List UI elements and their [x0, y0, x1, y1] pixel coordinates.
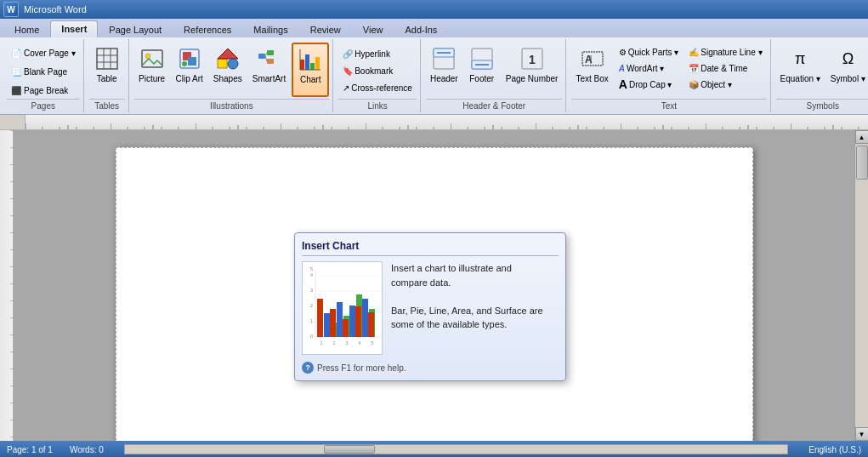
cross-reference-button[interactable]: ↗ Cross-reference [338, 80, 417, 95]
date-time-button[interactable]: 📅 Date & Time [684, 60, 766, 76]
header-label: Header [430, 74, 458, 84]
horizontal-ruler [0, 115, 868, 130]
tables-label: Tables [89, 99, 125, 112]
svg-rect-43 [26, 115, 868, 129]
svg-rect-21 [310, 63, 315, 70]
svg-rect-67 [337, 302, 343, 337]
svg-line-17 [265, 53, 267, 56]
tab-review[interactable]: Review [299, 20, 352, 37]
shapes-icon [214, 45, 241, 72]
scroll-thumb-h[interactable] [324, 445, 375, 454]
text-box-button[interactable]: A Text Box [571, 43, 612, 97]
chart-icon [297, 46, 324, 73]
header-footer-label: Header & Footer [426, 99, 563, 112]
links-label: Links [338, 99, 417, 112]
group-text: A Text Box ⚙ Quick Parts ▾ A WordArt ▾ [568, 39, 770, 112]
svg-text:2: 2 [332, 340, 336, 346]
pages-label: Pages [7, 99, 80, 112]
page-info: Page: 1 of 1 [7, 445, 53, 454]
svg-text:1: 1 [320, 340, 323, 346]
links-buttons: 🔗 Hyperlink 🔖 Bookmark ↗ Cross-reference [338, 41, 417, 99]
symbol-button[interactable]: Ω Symbol ▾ [826, 43, 868, 97]
equation-button[interactable]: π Equation ▾ [776, 43, 825, 97]
tab-addins[interactable]: Add-Ins [394, 20, 448, 37]
tab-view[interactable]: View [352, 20, 394, 37]
quick-parts-icon: ⚙ [619, 48, 627, 57]
svg-rect-63 [317, 299, 323, 337]
page-number-button[interactable]: 1 Page Number [502, 43, 563, 97]
ribbon: Home Insert Page Layout References Maili… [0, 19, 868, 115]
cover-page-button[interactable]: 📄 Cover Page ▾ [7, 44, 80, 61]
ruler-corner [0, 115, 26, 130]
header-footer-buttons: Header Footer [426, 41, 563, 99]
svg-rect-72 [355, 306, 361, 337]
footer-button[interactable]: Footer [464, 43, 500, 97]
scroll-thumb-v[interactable] [856, 146, 868, 180]
drop-cap-icon: A [619, 77, 627, 91]
table-icon [94, 45, 121, 72]
svg-point-13 [228, 59, 238, 69]
shapes-button[interactable]: Shapes [209, 43, 247, 97]
drop-cap-button[interactable]: A Drop Cap ▾ [615, 77, 683, 92]
svg-text:5: 5 [371, 340, 374, 346]
table-button[interactable]: Table [89, 43, 125, 97]
ribbon-content: 📄 Cover Page ▾ 📃 Blank Page ⬛ Page Break… [0, 37, 868, 114]
text-label: Text [571, 99, 766, 112]
svg-point-10 [182, 61, 187, 66]
tooltip-body: 0 1 2 3 4 5 1 2 3 4 5 [302, 261, 559, 355]
smartart-icon [255, 45, 282, 72]
text-buttons: A Text Box ⚙ Quick Parts ▾ A WordArt ▾ [571, 41, 766, 99]
chart-label: Chart [300, 75, 321, 85]
svg-text:3: 3 [345, 340, 349, 346]
svg-text:1: 1 [529, 53, 536, 66]
tooltip-description: Insert a chart to illustrate and compare… [391, 261, 543, 355]
svg-rect-9 [188, 57, 196, 66]
svg-rect-19 [300, 60, 304, 70]
document-area[interactable]: Insert Chart 0 1 2 3 [14, 130, 854, 441]
symbol-icon: Ω [834, 45, 861, 72]
svg-rect-45 [0, 130, 14, 457]
bookmark-button[interactable]: 🔖 Bookmark [338, 63, 417, 78]
wordart-button[interactable]: A WordArt ▾ [615, 60, 683, 76]
svg-text:3: 3 [310, 288, 314, 293]
blank-page-button[interactable]: 📃 Blank Page [7, 63, 80, 80]
text-box-label: Text Box [576, 74, 608, 84]
tab-insert[interactable]: Insert [50, 20, 98, 37]
main-area: Insert Chart 0 1 2 3 [0, 130, 868, 441]
chart-button[interactable]: Chart [292, 43, 329, 97]
tooltip-footer-text: Press F1 for more help. [317, 363, 406, 373]
cover-page-icon: 📄 [11, 49, 21, 58]
object-icon: 📦 [689, 80, 699, 89]
cross-reference-icon: ↗ [343, 83, 349, 93]
svg-text:5: 5 [310, 266, 314, 271]
title-bar: W Microsoft Word [0, 0, 868, 19]
clip-art-button[interactable]: Clip Art [172, 43, 207, 97]
group-pages: 📄 Cover Page ▾ 📃 Blank Page ⬛ Page Break… [3, 39, 84, 112]
language-indicator: English (U.S.) [808, 445, 861, 454]
svg-rect-64 [324, 313, 330, 337]
wordart-icon: A [619, 64, 625, 73]
hyperlink-button[interactable]: 🔗 Hyperlink [338, 46, 417, 61]
object-button[interactable]: 📦 Object ▾ [684, 77, 766, 92]
header-button[interactable]: Header [426, 43, 462, 97]
scroll-up-button[interactable]: ▲ [855, 130, 869, 144]
picture-button[interactable]: Picture [134, 43, 170, 97]
page-break-button[interactable]: ⬛ Page Break [7, 82, 80, 99]
hyperlink-icon: 🔗 [343, 49, 353, 59]
tab-mailings[interactable]: Mailings [242, 20, 298, 37]
horizontal-scrollbar[interactable] [124, 444, 789, 454]
svg-rect-16 [267, 59, 274, 64]
table-label: Table [97, 74, 117, 84]
vertical-ruler [0, 130, 14, 441]
scroll-down-button[interactable]: ▼ [855, 427, 869, 441]
svg-rect-11 [218, 59, 227, 68]
quick-parts-button[interactable]: ⚙ Quick Parts ▾ [615, 44, 683, 60]
tab-home[interactable]: Home [3, 20, 50, 37]
header-icon [430, 45, 457, 72]
smartart-button[interactable]: SmartArt [248, 43, 290, 97]
signature-line-icon: ✍ [689, 48, 699, 57]
vertical-scrollbar[interactable]: ▲ ▼ [854, 130, 868, 441]
tab-page-layout[interactable]: Page Layout [98, 20, 173, 37]
signature-line-button[interactable]: ✍ Signature Line ▾ [684, 44, 766, 60]
tab-references[interactable]: References [173, 20, 242, 37]
